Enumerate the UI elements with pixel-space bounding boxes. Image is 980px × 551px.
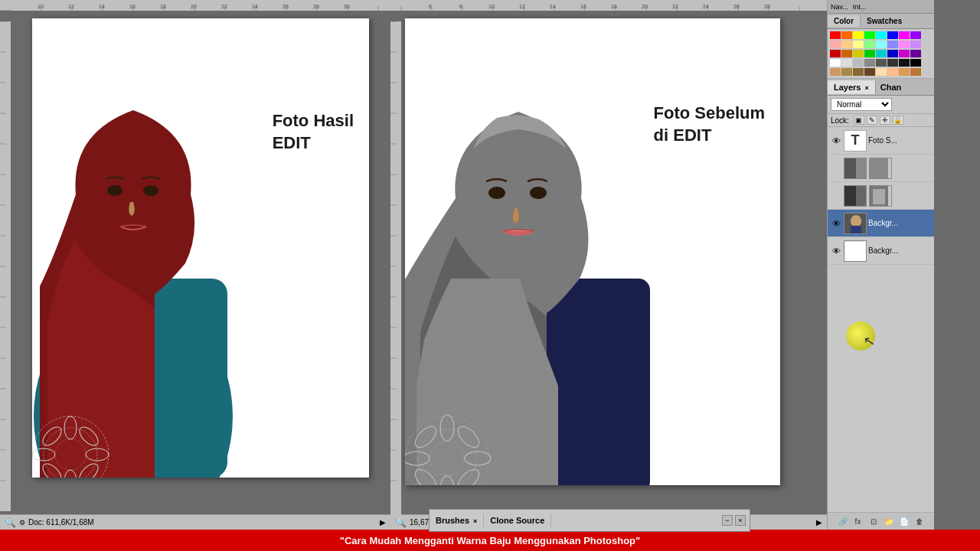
scroll-arrow-left[interactable]: ▶ <box>380 518 386 527</box>
tab-swatches[interactable]: Swatches <box>861 15 908 27</box>
scroll-arrow-right[interactable]: ▶ <box>816 518 822 527</box>
canvas-text-right: Foto Sebelum di EDIT <box>654 103 765 146</box>
add-style-btn[interactable]: fx <box>852 515 864 527</box>
svg-text:26: 26 <box>733 4 740 9</box>
swatch-skin[interactable] <box>876 68 887 76</box>
swatch-light-blue[interactable] <box>887 41 898 48</box>
tab-channels[interactable]: Chan <box>876 80 906 94</box>
swatch-yellow[interactable] <box>853 31 864 39</box>
swatch-white[interactable] <box>830 59 841 67</box>
layer-thumb-mask2 <box>869 185 892 207</box>
swatch-teal[interactable] <box>876 50 887 57</box>
main-area: 10 12 14 16 18 20 22 24 26 28 30 <box>0 0 980 530</box>
layer-item-white-bg[interactable]: 👁 Backgr... <box>828 237 934 265</box>
new-layer-btn[interactable]: 📄 <box>898 515 910 527</box>
swatch-light-cyan[interactable] <box>876 41 887 48</box>
swatch-brown[interactable] <box>841 50 852 57</box>
swatch-magenta[interactable] <box>899 31 910 39</box>
svg-text:24: 24 <box>703 4 709 9</box>
svg-text:22: 22 <box>672 4 678 9</box>
swatch-mid-gray[interactable] <box>864 59 875 67</box>
swatch-olive[interactable] <box>853 50 864 57</box>
lock-all-icon[interactable]: 🔒 <box>893 116 903 125</box>
layer-item-adj1[interactable] <box>828 155 934 182</box>
panel-minimize-btn[interactable]: − <box>722 515 733 526</box>
layers-channels-tabs: Layers × Chan <box>828 79 934 96</box>
add-mask-btn[interactable]: ⊡ <box>867 515 880 527</box>
swatch-dark-red[interactable] <box>830 50 841 57</box>
layers-panel: Nav... Int... Color Swatches <box>827 0 934 530</box>
swatch-purple[interactable] <box>910 31 921 39</box>
blend-mode-select[interactable]: Normal Multiply Screen <box>831 98 892 111</box>
layer-eye-1[interactable]: 👁 <box>830 135 842 147</box>
tab-layers[interactable]: Layers × <box>828 80 876 94</box>
canvas-left: Foto Hasil EDIT <box>32 18 369 478</box>
swatch-light-yellow[interactable] <box>853 41 864 48</box>
brushes-tab[interactable]: Brushes × <box>430 514 484 527</box>
layer-item-background[interactable]: 👁 Backgr... <box>828 210 934 237</box>
zoom-tools-left: ⚙ <box>19 519 25 527</box>
swatch-orange[interactable] <box>841 31 852 39</box>
swatch-dark-gray[interactable] <box>876 59 887 67</box>
panel-bottom-buttons: 🔗 fx ⊡ 📁 📄 🗑 <box>828 512 934 530</box>
canvas-area-left: Foto Hasil EDIT <box>11 11 390 514</box>
svg-text:20: 20 <box>191 4 197 9</box>
panel-close-btn[interactable]: × <box>735 515 746 526</box>
swatch-cyan[interactable] <box>876 31 887 39</box>
tab-layers-close[interactable]: × <box>865 84 869 92</box>
lock-pixels-icon[interactable]: ✎ <box>867 116 877 125</box>
delete-layer-btn[interactable]: 🗑 <box>913 515 926 527</box>
new-group-btn[interactable]: 📁 <box>883 515 895 527</box>
swatch-light-red[interactable] <box>830 41 841 48</box>
swatch-gray[interactable] <box>853 59 864 67</box>
link-layers-btn[interactable]: 🔗 <box>837 515 849 527</box>
swatch-amber[interactable] <box>899 68 910 76</box>
swatch-black[interactable] <box>910 59 921 67</box>
layer-eye-5[interactable]: 👁 <box>830 245 842 257</box>
canvas-right: Foto Sebelum di EDIT <box>405 18 780 485</box>
svg-point-58 <box>143 185 158 196</box>
layer-thumb-white <box>844 240 867 262</box>
tab-color[interactable]: Color <box>828 15 861 27</box>
swatch-near-black[interactable] <box>899 59 910 67</box>
swatch-dark-purple[interactable] <box>910 50 921 57</box>
layer-item-adj2[interactable] <box>828 182 934 210</box>
swatch-blue[interactable] <box>887 31 898 39</box>
swatch-skin-dark[interactable] <box>887 68 898 76</box>
swatch-tan[interactable] <box>830 68 841 76</box>
layer-eye-3[interactable] <box>830 190 842 202</box>
layer-name-5: Backgr... <box>868 246 932 255</box>
lock-row: Lock: ▣ ✎ ✛ 🔒 <box>828 114 934 127</box>
lock-transparency-icon[interactable]: ▣ <box>854 116 864 125</box>
swatch-light-gray[interactable] <box>841 59 852 67</box>
swatch-dark-green[interactable] <box>864 50 875 57</box>
swatch-pink[interactable] <box>899 41 910 48</box>
lock-position-icon[interactable]: ✛ <box>880 116 890 125</box>
clone-source-tab[interactable]: Clone Source <box>484 514 551 527</box>
swatch-dark-brown[interactable] <box>864 68 875 76</box>
swatch-light-green[interactable] <box>864 41 875 48</box>
svg-rect-137 <box>844 158 856 179</box>
swatch-red[interactable] <box>830 31 841 39</box>
swatch-copper[interactable] <box>910 68 921 76</box>
panel-controls: − × <box>722 515 750 526</box>
svg-rect-138 <box>870 158 888 179</box>
color-tabs: Color Swatches <box>828 14 934 29</box>
brushes-tab-close[interactable]: × <box>473 517 477 525</box>
swatch-dark-magenta[interactable] <box>899 50 910 57</box>
swatch-khaki[interactable] <box>841 68 852 76</box>
swatch-dark-blue[interactable] <box>887 50 898 57</box>
swatch-green[interactable] <box>864 31 875 39</box>
swatch-peach[interactable] <box>841 41 852 48</box>
layer-eye-4[interactable]: 👁 <box>830 217 842 230</box>
layer-thumb-mask1 <box>869 158 892 179</box>
swatch-lavender[interactable] <box>910 41 921 48</box>
ruler-top-right: 6 8 10 12 14 16 18 20 22 24 26 28 <box>390 0 827 11</box>
svg-text:26: 26 <box>283 4 289 9</box>
swatch-darker-gray[interactable] <box>887 59 898 67</box>
canvas-label-right-line2: di EDIT <box>654 125 765 147</box>
blend-mode-row: Normal Multiply Screen <box>828 96 934 114</box>
layer-eye-2[interactable] <box>830 162 842 174</box>
layer-item-text[interactable]: 👁 T Foto S... <box>828 127 934 155</box>
swatch-brown-mid[interactable] <box>853 68 864 76</box>
